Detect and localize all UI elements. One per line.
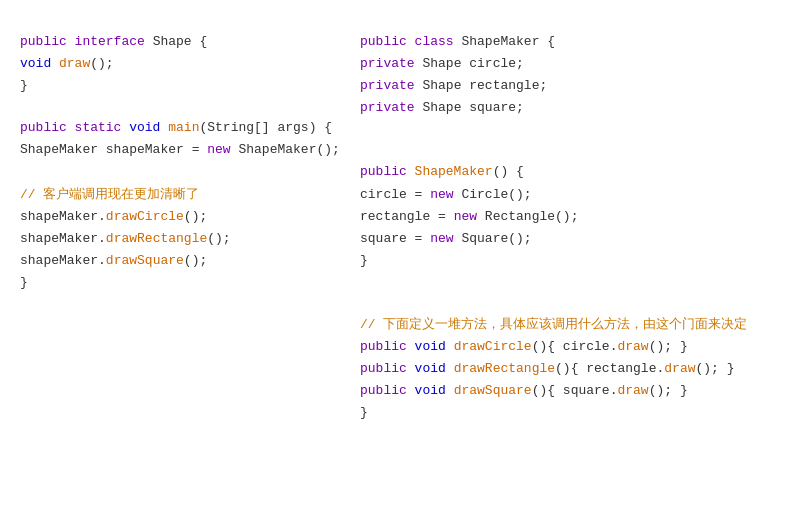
code-line: shapeMaker.drawCircle(); — [20, 206, 360, 228]
code-line — [360, 139, 788, 161]
code-line: } — [20, 272, 360, 294]
code-line: void draw(); — [20, 53, 360, 75]
right-column: public class ShapeMaker { private Shape … — [360, 31, 788, 445]
code-line: } — [360, 250, 788, 272]
right-code-block-2: public ShapeMaker() { circle = new Circl… — [360, 139, 788, 272]
code-line: public class ShapeMaker { — [360, 31, 788, 53]
code-line: public void drawSquare(){ square.draw();… — [360, 380, 788, 402]
left-column: public interface Shape { void draw();} p… — [20, 31, 360, 314]
code-line: private Shape square; — [360, 97, 788, 119]
code-line: private Shape rectangle; — [360, 75, 788, 97]
code-line: } — [360, 402, 788, 424]
code-line — [20, 161, 360, 183]
right-code-block-3: // 下面定义一堆方法，具体应该调用什么方法，由这个门面来决定 public v… — [360, 292, 788, 425]
left-code-block-2: public static void main(String[] args) {… — [20, 117, 360, 294]
code-line: public interface Shape { — [20, 31, 360, 53]
code-line: // 客户端调用现在更加清晰了 — [20, 184, 360, 206]
right-code-block-1: public class ShapeMaker { private Shape … — [360, 31, 788, 119]
code-line: square = new Square(); — [360, 228, 788, 250]
code-line: ShapeMaker shapeMaker = new ShapeMaker()… — [20, 139, 360, 161]
code-line: } — [20, 75, 360, 97]
code-line — [360, 292, 788, 314]
left-code-block-1: public interface Shape { void draw();} — [20, 31, 360, 97]
code-line: rectangle = new Rectangle(); — [360, 206, 788, 228]
code-line: public static void main(String[] args) { — [20, 117, 360, 139]
code-line: public void drawRectangle(){ rectangle.d… — [360, 358, 788, 380]
code-line: private Shape circle; — [360, 53, 788, 75]
code-layout: public interface Shape { void draw();} p… — [20, 31, 788, 445]
code-line: shapeMaker.drawSquare(); — [20, 250, 360, 272]
code-line: circle = new Circle(); — [360, 184, 788, 206]
code-line: shapeMaker.drawRectangle(); — [20, 228, 360, 250]
code-line: // 下面定义一堆方法，具体应该调用什么方法，由这个门面来决定 — [360, 314, 788, 336]
code-line: public void drawCircle(){ circle.draw();… — [360, 336, 788, 358]
code-line: public ShapeMaker() { — [360, 161, 788, 183]
